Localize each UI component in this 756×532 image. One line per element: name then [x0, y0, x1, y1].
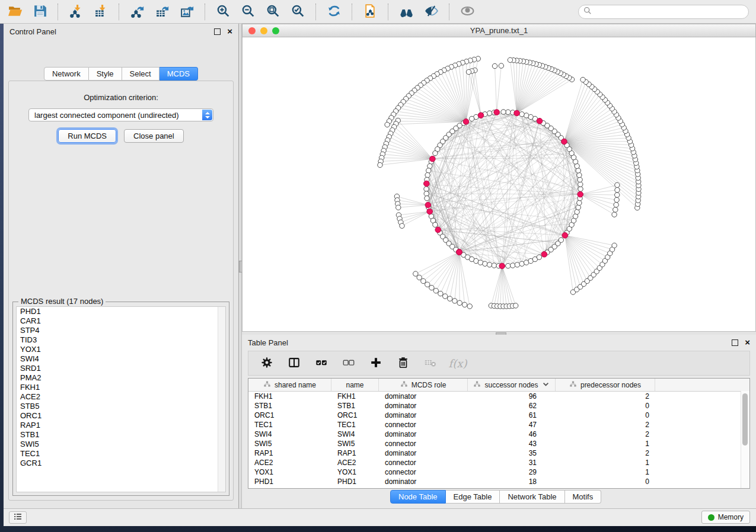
result-list-scrollbar[interactable] — [218, 307, 225, 492]
tab-style[interactable]: Style — [89, 67, 122, 81]
result-node[interactable]: STB1 — [17, 430, 225, 440]
search-input[interactable] — [592, 7, 748, 17]
gear-button[interactable] — [259, 355, 275, 371]
open-file-button[interactable] — [4, 2, 25, 21]
float-table-panel-icon[interactable] — [732, 339, 738, 346]
table-row[interactable]: STB1STB1dominator620 — [248, 401, 749, 411]
import-network-button[interactable] — [65, 2, 87, 21]
result-node[interactable]: SWI4 — [17, 354, 225, 364]
result-node[interactable]: PHD1 — [17, 307, 225, 316]
add-column-button[interactable] — [368, 355, 384, 371]
tab-edge-table[interactable]: Edge Table — [446, 490, 500, 504]
cell-predecessor-nodes: 0 — [556, 411, 655, 419]
toolbar-separator — [205, 4, 205, 20]
cell-name: STB1 — [331, 402, 379, 410]
table-row[interactable]: YOX1YOX1connector291 — [248, 467, 749, 477]
table-row[interactable]: FKH1FKH1dominator962 — [248, 392, 749, 401]
table-row[interactable]: SWI5SWI5connector431 — [248, 439, 749, 448]
network-canvas[interactable] — [242, 37, 756, 332]
table-row[interactable]: PHD1PHD1dominator180 — [248, 477, 749, 486]
cell-name: TEC1 — [331, 421, 379, 429]
refresh-button[interactable] — [323, 2, 344, 21]
memory-button[interactable]: Memory — [701, 511, 750, 524]
delete-column-icon — [397, 356, 410, 371]
minimize-window-icon[interactable] — [260, 27, 267, 34]
result-node[interactable]: SRD1 — [17, 364, 225, 373]
table-row[interactable]: ACE2ACE2connector311 — [248, 458, 749, 467]
save-button[interactable] — [29, 2, 50, 21]
mcds-result-title: MCDS result (17 nodes) — [18, 297, 106, 306]
close-panel-icon[interactable]: × — [227, 28, 232, 34]
select-all-button[interactable] — [314, 355, 329, 371]
result-node[interactable]: ACE2 — [17, 392, 225, 402]
table-row[interactable]: RAP1RAP1dominator352 — [248, 448, 749, 458]
import-table-button[interactable] — [90, 2, 111, 21]
table-scrollbar[interactable] — [741, 391, 749, 488]
maximize-window-icon[interactable] — [272, 27, 279, 34]
result-node[interactable]: STP4 — [17, 326, 225, 335]
save-icon — [33, 4, 47, 20]
zoom-out-button[interactable] — [237, 2, 259, 21]
tab-network[interactable]: Network — [44, 67, 89, 81]
table-row[interactable]: ORC1ORC1dominator610 — [248, 411, 749, 420]
export-image-button[interactable] — [176, 2, 197, 21]
cell-predecessor-nodes: 2 — [556, 421, 655, 429]
column-header-predecessor-nodes[interactable]: predecessor nodes — [556, 379, 655, 391]
result-node[interactable]: GCR1 — [17, 459, 225, 468]
table-scrollbar-thumb[interactable] — [742, 393, 748, 446]
zoom-in-button[interactable] — [212, 2, 234, 21]
optimization-criterion-label: Optimization criterion: — [9, 93, 233, 102]
mcds-result-list[interactable]: PHD1CAR1STP4TID3YOX1SWI4SRD1PMA2FKH1ACE2… — [16, 306, 226, 492]
share-document-button[interactable] — [359, 2, 381, 21]
export-network-button[interactable] — [126, 2, 148, 21]
eye-icon — [460, 4, 475, 20]
network-graph[interactable] — [243, 37, 755, 331]
cell-predecessor-nodes: 2 — [556, 449, 655, 457]
close-panel-button[interactable]: Close panel — [124, 129, 184, 143]
open-file-icon — [8, 4, 23, 20]
table-body: FKH1FKH1dominator962STB1STB1dominator620… — [248, 392, 749, 486]
column-header-successor-nodes[interactable]: successor nodes — [468, 379, 556, 391]
result-node[interactable]: TID3 — [17, 335, 225, 345]
run-mcds-button[interactable]: Run MCDS — [58, 129, 116, 143]
result-node[interactable]: SWI5 — [17, 440, 225, 449]
export-table-button[interactable] — [151, 2, 173, 21]
tab-network-table[interactable]: Network Table — [500, 490, 564, 504]
close-table-panel-icon[interactable]: × — [745, 339, 750, 345]
column-header-name[interactable]: name — [331, 379, 379, 391]
tab-motifs[interactable]: Motifs — [565, 490, 602, 504]
tab-select[interactable]: Select — [122, 67, 160, 81]
tab-node-table[interactable]: Node Table — [390, 490, 446, 504]
result-node[interactable]: FKH1 — [17, 383, 225, 392]
table-row[interactable]: SWI4SWI4dominator462 — [248, 430, 749, 439]
cell-name: SWI5 — [331, 440, 379, 448]
result-node[interactable]: STB5 — [17, 402, 225, 411]
result-node[interactable]: TEC1 — [17, 449, 225, 459]
result-node[interactable]: CAR1 — [17, 316, 225, 326]
network-titlebar[interactable]: YPA_prune.txt_1 — [242, 24, 756, 37]
deselect-all-button[interactable] — [341, 355, 356, 371]
table-row[interactable]: TEC1TEC1connector472 — [248, 420, 749, 430]
task-history-button[interactable] — [9, 511, 27, 524]
split-columns-button[interactable] — [286, 355, 302, 371]
eye-button[interactable] — [457, 2, 478, 21]
zoom-selected-button[interactable] — [287, 2, 308, 21]
toolbar-separator — [449, 4, 449, 20]
binoculars-button[interactable] — [395, 2, 417, 21]
control-panel: Control Panel × NetworkStyleSelectMCDS O… — [4, 24, 238, 508]
search-box[interactable] — [578, 5, 749, 19]
tab-mcds[interactable]: MCDS — [160, 67, 198, 81]
column-header-shared-name[interactable]: shared name — [248, 379, 331, 391]
column-header-MCDS-role[interactable]: MCDS role — [379, 379, 468, 391]
result-node[interactable]: RAP1 — [17, 421, 225, 430]
result-node[interactable]: YOX1 — [17, 345, 225, 354]
cell-successor-nodes: 61 — [468, 411, 556, 419]
result-node[interactable]: ORC1 — [17, 411, 225, 421]
float-panel-icon[interactable] — [214, 28, 221, 35]
close-window-icon[interactable] — [248, 27, 256, 34]
criterion-select[interactable]: largest connected component (undirected) — [28, 108, 213, 121]
delete-column-button[interactable] — [395, 355, 411, 371]
result-node[interactable]: PMA2 — [17, 373, 225, 383]
eye-slash-button[interactable] — [420, 2, 442, 21]
zoom-fit-button[interactable] — [262, 2, 283, 21]
